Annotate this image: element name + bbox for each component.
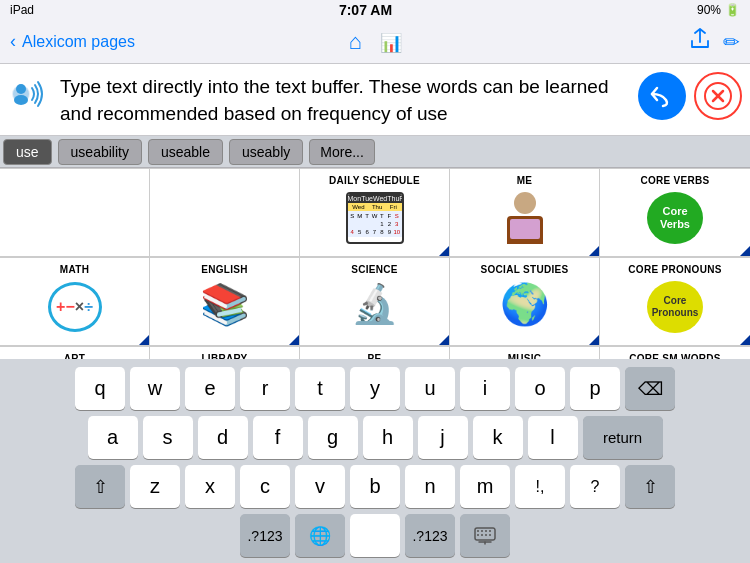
grid-cell-core-pronouns[interactable]: CORE PRONOUNS CorePronouns <box>600 258 750 346</box>
grid-cell-empty-2 <box>150 169 300 257</box>
key-c[interactable]: c <box>240 465 290 508</box>
numeric-key[interactable]: .?123 <box>240 514 290 557</box>
nav-right: ✏ <box>689 28 740 55</box>
key-excl-comma[interactable]: !, <box>515 465 565 508</box>
key-i[interactable]: i <box>460 367 510 410</box>
share-icon[interactable] <box>689 28 711 55</box>
hide-keyboard-key[interactable] <box>460 514 510 557</box>
key-k[interactable]: k <box>473 416 523 459</box>
key-l[interactable]: l <box>528 416 578 459</box>
grid-row-3: ART LIBRARY PE MUSIC CORE SM WORDS <box>0 346 750 359</box>
music-label: MUSIC <box>508 353 542 359</box>
corner-triangle <box>289 335 299 345</box>
key-o[interactable]: o <box>515 367 565 410</box>
grid-cell-art[interactable]: ART <box>0 347 150 359</box>
grid-row-1: DAILY SCHEDULE MonTueWedThuFri WedThuFri… <box>0 168 750 257</box>
calendar-icon: MonTueWedThuFri WedThuFri SMTWTFS 123 45… <box>346 192 404 244</box>
grid-cell-social-studies[interactable]: SOCIAL STUDIES 🌍 <box>450 258 600 346</box>
backspace-key[interactable]: ⌫ <box>625 367 675 410</box>
social-studies-label: SOCIAL STUDIES <box>481 264 569 275</box>
grid-cell-me[interactable]: ME <box>450 169 600 257</box>
english-image: 📚 <box>198 279 252 329</box>
key-t[interactable]: t <box>295 367 345 410</box>
key-y[interactable]: y <box>350 367 400 410</box>
battery-label: 90% <box>697 3 721 17</box>
buffer-actions <box>638 72 742 120</box>
cal-header: MonTueWedThuFri <box>348 194 402 203</box>
return-key[interactable]: return <box>583 416 663 459</box>
numeric-key-right[interactable]: .?123 <box>405 514 455 557</box>
key-b[interactable]: b <box>350 465 400 508</box>
key-u[interactable]: u <box>405 367 455 410</box>
space-key[interactable] <box>350 514 400 557</box>
key-g[interactable]: g <box>308 416 358 459</box>
key-a[interactable]: a <box>88 416 138 459</box>
more-button[interactable]: More... <box>309 139 375 165</box>
suggestion-use[interactable]: use <box>3 139 52 165</box>
key-w[interactable]: w <box>130 367 180 410</box>
back-chevron-icon: ‹ <box>10 31 16 52</box>
math-circle: + − × ÷ <box>48 282 102 332</box>
corner-triangle <box>589 335 599 345</box>
daily-schedule-label: DAILY SCHEDULE <box>329 175 420 186</box>
grid-cell-english[interactable]: ENGLISH 📚 <box>150 258 300 346</box>
suggestion-useably[interactable]: useably <box>229 139 303 165</box>
grid-cell-science[interactable]: SCIENCE 🔬 <box>300 258 450 346</box>
key-p[interactable]: p <box>570 367 620 410</box>
me-image <box>495 190 555 245</box>
key-q[interactable]: q <box>75 367 125 410</box>
grid-cell-core-verbs[interactable]: CORE VERBS CoreVerbs <box>600 169 750 257</box>
grid-cell-pe[interactable]: PE <box>300 347 450 359</box>
suggestion-useability[interactable]: useability <box>58 139 142 165</box>
key-h[interactable]: h <box>363 416 413 459</box>
key-e[interactable]: e <box>185 367 235 410</box>
key-f[interactable]: f <box>253 416 303 459</box>
key-question[interactable]: ? <box>570 465 620 508</box>
close-button[interactable] <box>694 72 742 120</box>
main-content: DAILY SCHEDULE MonTueWedThuFri WedThuFri… <box>0 168 750 563</box>
grid-cell-core-sm-words[interactable]: CORE SM WORDS <box>600 347 750 359</box>
svg-point-3 <box>14 95 28 105</box>
key-x[interactable]: x <box>185 465 235 508</box>
corner-triangle <box>439 335 449 345</box>
suggestion-useable[interactable]: useable <box>148 139 223 165</box>
home-icon[interactable]: ⌂ <box>348 29 361 54</box>
grid-cell-library[interactable]: LIBRARY <box>150 347 300 359</box>
globe-key[interactable]: 🌐 <box>295 514 345 557</box>
me-label: ME <box>517 175 533 186</box>
grid-rows-wrapper: DAILY SCHEDULE MonTueWedThuFri WedThuFri… <box>0 168 750 359</box>
device-label: iPad <box>10 3 34 17</box>
pe-label: PE <box>368 353 382 359</box>
corner-triangle <box>740 335 750 345</box>
shift-key-right[interactable]: ⇧ <box>625 465 675 508</box>
edit-icon[interactable]: ✏ <box>723 30 740 54</box>
shift-key[interactable]: ⇧ <box>75 465 125 508</box>
undo-button[interactable] <box>638 72 686 120</box>
keyboard-row-4: .?123 🌐 .?123 <box>4 514 746 557</box>
core-sm-words-label: CORE SM WORDS <box>629 353 721 359</box>
status-right: 90% 🔋 <box>697 3 740 17</box>
science-image: 🔬 <box>348 279 402 329</box>
chart-icon[interactable]: 📊 <box>380 33 402 53</box>
key-d[interactable]: d <box>198 416 248 459</box>
key-r[interactable]: r <box>240 367 290 410</box>
core-verbs-label: CORE VERBS <box>640 175 709 186</box>
back-label: Alexicom pages <box>22 33 135 51</box>
grid-cell-music[interactable]: MUSIC <box>450 347 600 359</box>
corner-triangle <box>589 246 599 256</box>
corner-triangle <box>139 335 149 345</box>
key-m[interactable]: m <box>460 465 510 508</box>
key-n[interactable]: n <box>405 465 455 508</box>
speaker-icon[interactable] <box>8 72 52 116</box>
key-s[interactable]: s <box>143 416 193 459</box>
suggestions-bar: use useability useable useably More... <box>0 136 750 168</box>
buffer-text[interactable]: Type text directly into the text buffer.… <box>60 72 630 127</box>
grid-cell-daily-schedule[interactable]: DAILY SCHEDULE MonTueWedThuFri WedThuFri… <box>300 169 450 257</box>
back-button[interactable]: ‹ Alexicom pages <box>10 31 135 52</box>
core-pronouns-image: CorePronouns <box>645 279 705 334</box>
key-j[interactable]: j <box>418 416 468 459</box>
grid-cell-math[interactable]: MATH + − × ÷ <box>0 258 150 346</box>
battery-icon: 🔋 <box>725 3 740 17</box>
key-z[interactable]: z <box>130 465 180 508</box>
key-v[interactable]: v <box>295 465 345 508</box>
